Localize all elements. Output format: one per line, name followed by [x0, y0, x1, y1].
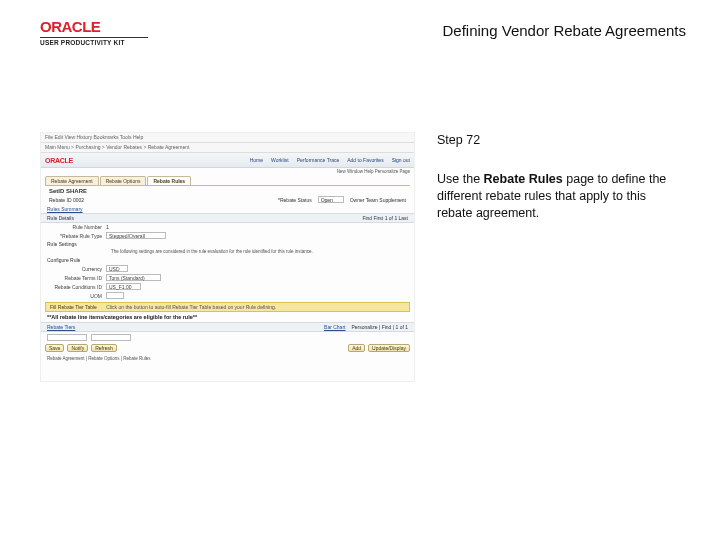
tab-rebate-options[interactable]: Rebate Options — [100, 176, 147, 185]
notify-button[interactable]: Notify — [67, 344, 88, 352]
status-select[interactable]: Open — [318, 196, 344, 203]
rule-type-label: *Rebate Rule Type — [47, 233, 102, 239]
tab-bar: Rebate Agreement Rebate Options Rebate R… — [45, 176, 410, 185]
origin: Owner Team Supplement — [350, 197, 406, 203]
update-display-button[interactable]: Update/Display — [368, 344, 410, 352]
app-nav[interactable]: Home Worklist Performance Trace Add to F… — [250, 157, 410, 163]
page-title: Defining Vendor Rebate Agreements — [443, 22, 687, 39]
setid-title: SetID SHARE — [41, 186, 414, 196]
rebate-tiers-link[interactable]: Rebate Tiers — [47, 324, 75, 330]
instruction-bold: Rebate Rules — [484, 172, 563, 186]
configure-rule-label: Configure Rule — [47, 257, 80, 263]
rule-type-select[interactable]: Stepped/Overall — [106, 232, 166, 239]
cond-input[interactable]: US_F1.00 — [106, 283, 141, 290]
uom-input[interactable] — [106, 292, 124, 299]
upk-label: USER PRODUCTIVITY KIT — [40, 39, 148, 46]
tab-rebate-rules[interactable]: Rebate Rules — [147, 176, 191, 185]
nav-home[interactable]: Home — [250, 157, 263, 163]
tiers-band: Rebate Tiers Bar Chart Personalize | Fin… — [41, 322, 414, 332]
user-line: New Window Help Personalize Page — [41, 168, 414, 175]
rule-settings-label: Rule Settings — [47, 241, 77, 247]
rebate-id: Rebate ID 0002 — [49, 197, 84, 203]
refresh-button[interactable]: Refresh — [91, 344, 117, 352]
bar-chart-link[interactable]: Bar Chart — [324, 324, 345, 330]
foot-links[interactable]: Rebate Agreement | Rebate Options | Reba… — [41, 354, 414, 363]
terms-select[interactable]: Tons (Standard) — [106, 274, 161, 281]
rule-details-nav[interactable]: Find First 1 of 1 Last — [362, 215, 408, 221]
instruction-p1: Use the — [437, 172, 484, 186]
save-button[interactable]: Save — [45, 344, 64, 352]
add-button[interactable]: Add — [348, 344, 365, 352]
logo-block: ORACLE USER PRODUCTIVITY KIT — [40, 18, 148, 46]
instruction-column: Step 72 Use the Rebate Rules page to def… — [437, 132, 675, 222]
oracle-logo: ORACLE — [40, 18, 148, 35]
currency-input[interactable]: USD — [106, 265, 128, 272]
browser-menubar: File Edit View History Bookmarks Tools H… — [41, 133, 414, 143]
nav-fav[interactable]: Add to Favorites — [347, 157, 383, 163]
nav-worklist[interactable]: Worklist — [271, 157, 289, 163]
logo-divider — [40, 37, 148, 38]
tab-rebate-agreement[interactable]: Rebate Agreement — [45, 176, 99, 185]
tier-input-2[interactable] — [91, 334, 131, 341]
eligible-note: **All rebate line items/categories are e… — [41, 312, 414, 322]
instruction-text: Use the Rebate Rules page to define the … — [437, 171, 675, 222]
fill-tier-bar: Fill Rebate Tier Table Click on the butt… — [45, 302, 410, 312]
terms-label: Rebate Terms ID — [47, 275, 102, 281]
tier-input-1[interactable] — [47, 334, 87, 341]
currency-label: Currency — [47, 266, 102, 272]
step-label: Step 72 — [437, 132, 675, 149]
uom-label: UOM — [47, 293, 102, 299]
cond-label: Rebate Conditions ID — [47, 284, 102, 290]
tiers-nav[interactable]: Personalize | Find | 1 of 1 — [351, 324, 408, 330]
nav-signout[interactable]: Sign out — [392, 157, 410, 163]
breadcrumb: Main Menu > Purchasing > Vendor Rebates … — [41, 143, 414, 153]
app-logo: ORACLE — [45, 157, 73, 164]
nav-trace[interactable]: Performance Trace — [297, 157, 340, 163]
app-screenshot: File Edit View History Bookmarks Tools H… — [40, 132, 415, 382]
rule-number-label: Rule Number — [47, 224, 102, 230]
app-header: ORACLE Home Worklist Performance Trace A… — [41, 153, 414, 168]
fill-tier-label: Fill Rebate Tier Table — [50, 304, 97, 310]
rule-details-label: Rule Details — [47, 215, 74, 221]
fill-tier-note: Click on the button to auto-fill Rebate … — [106, 304, 276, 310]
settings-msg: The following settings are considered in… — [41, 248, 414, 256]
rule-number-value: 1 — [106, 224, 109, 230]
status-label: *Rebate Status — [278, 197, 312, 203]
rules-summary-link[interactable]: Rules Summary — [41, 205, 414, 213]
rule-details-band: Rule Details Find First 1 of 1 Last — [41, 213, 414, 223]
